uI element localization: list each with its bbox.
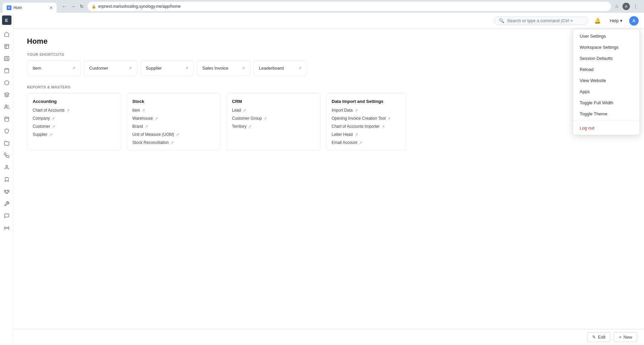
reports-grid: Accounting Chart of Accounts ↗ Company ↗…: [27, 93, 631, 151]
report-link[interactable]: Customer Group ↗: [232, 116, 315, 121]
shortcuts-section-label: Your Shortcuts: [27, 52, 631, 56]
edit-button[interactable]: ✎ Edit: [587, 332, 610, 342]
sidebar-item-tool[interactable]: [1, 198, 12, 209]
bottom-bar: ✎ Edit + New: [13, 329, 644, 345]
report-link-arrow-icon: ↗: [155, 117, 158, 120]
sidebar-logo: E: [2, 15, 11, 25]
notifications-button[interactable]: 🔔: [592, 15, 603, 26]
report-link[interactable]: Lead ↗: [232, 108, 315, 113]
reports-section-label: Reports & Masters: [27, 85, 631, 89]
sidebar-item-folder[interactable]: [1, 138, 12, 149]
data-import-link[interactable]: Email Account ↗: [332, 140, 401, 145]
dropdown-item-session-defaults[interactable]: Session Defaults: [573, 53, 640, 64]
shortcut-card[interactable]: Item ↗: [27, 61, 81, 76]
data-import-link[interactable]: Opening Invoice Creation Tool ↗: [332, 116, 401, 121]
data-import-link-arrow-icon: ↗: [355, 133, 358, 137]
search-input[interactable]: [507, 18, 574, 23]
sidebar-item-shield[interactable]: [1, 126, 12, 137]
help-chevron-icon: ▾: [620, 18, 622, 23]
shortcut-arrow-icon: ↗: [185, 66, 188, 70]
sidebar-item-chart[interactable]: [1, 41, 12, 52]
shortcut-arrow-icon: ↗: [298, 66, 301, 70]
shortcut-label: Supplier: [146, 66, 162, 71]
dropdown-item-apps[interactable]: Apps: [573, 86, 640, 97]
data-import-link-label: Letter Head: [332, 132, 353, 137]
report-link-arrow-icon: ↗: [52, 117, 55, 120]
report-link-label: Territory: [232, 124, 246, 129]
sidebar-item-bookmark[interactable]: [1, 174, 12, 185]
report-link[interactable]: Customer ↗: [33, 124, 115, 129]
sidebar-item-home[interactable]: [1, 29, 12, 40]
svg-point-9: [6, 165, 7, 167]
forward-button[interactable]: →: [70, 3, 76, 9]
report-card: Stock Item ↗ Warehouse ↗ Brand ↗ Unit of…: [127, 93, 221, 151]
tab-close-icon[interactable]: ✕: [49, 6, 53, 10]
dropdown-item-log-out[interactable]: Log out: [573, 122, 640, 133]
search-bar[interactable]: 🔍: [494, 16, 588, 25]
sidebar-item-person[interactable]: [1, 162, 12, 173]
lock-icon: 🔒: [92, 4, 96, 9]
sidebar-item-message[interactable]: [1, 210, 12, 221]
report-link[interactable]: Brand ↗: [132, 124, 215, 129]
data-import-link-label: Import Data: [332, 108, 353, 113]
browser-tab[interactable]: E Hom ✕: [3, 3, 57, 13]
sidebar-item-calendar[interactable]: [1, 114, 12, 124]
report-link-arrow-icon: ↗: [49, 133, 52, 137]
browser-menu-button[interactable]: ⋮: [633, 3, 639, 9]
data-import-link-label: Email Account: [332, 140, 357, 145]
report-link-label: Supplier: [33, 132, 47, 137]
browser-user-avatar[interactable]: A: [622, 3, 630, 10]
new-button[interactable]: + New: [614, 332, 637, 342]
sidebar-item-phone[interactable]: [1, 150, 12, 161]
sidebar-item-broadcast[interactable]: [1, 223, 12, 233]
user-avatar[interactable]: A: [629, 16, 639, 26]
report-link-label: Warehouse: [132, 116, 153, 121]
data-import-link[interactable]: Letter Head ↗: [332, 132, 401, 137]
help-button[interactable]: Help ▾: [607, 17, 625, 25]
sidebar-item-building[interactable]: [1, 53, 12, 64]
shortcuts-grid: Item ↗ Customer ↗ Supplier ↗ Sales Invoi…: [27, 61, 631, 76]
report-link[interactable]: Stock Reconciliation ↗: [132, 140, 215, 145]
report-link-label: Company: [33, 116, 50, 121]
shortcut-card[interactable]: Leaderboard ↗: [253, 61, 307, 76]
sidebar-item-box[interactable]: [1, 77, 12, 88]
address-bar[interactable]: 🔒 erpnext.mariushosting.synology.me/app/…: [88, 2, 611, 11]
dropdown-item-user-settings[interactable]: User Settings: [573, 31, 640, 42]
edit-label: Edit: [598, 335, 605, 340]
dropdown-item-toggle-full-width[interactable]: Toggle Full Width: [573, 97, 640, 108]
data-import-title: Data Import and Settings: [332, 99, 401, 104]
report-link[interactable]: Chart of Accounts ↗: [33, 108, 115, 113]
report-link[interactable]: Supplier ↗: [33, 132, 115, 137]
dropdown-item-workspace-settings[interactable]: Workspace Settings: [573, 42, 640, 53]
report-link[interactable]: Territory ↗: [232, 124, 315, 129]
shortcut-card[interactable]: Supplier ↗: [140, 61, 194, 76]
report-link-arrow-icon: ↗: [248, 125, 251, 128]
dropdown-item-toggle-theme[interactable]: Toggle Theme: [573, 108, 640, 119]
shortcut-card[interactable]: Customer ↗: [83, 61, 137, 76]
data-import-link[interactable]: Import Data ↗: [332, 108, 401, 113]
data-import-links: Import Data ↗ Opening Invoice Creation T…: [332, 108, 401, 145]
report-link-arrow-icon: ↗: [142, 109, 145, 112]
shortcut-card[interactable]: Sales Invoice ↗: [197, 61, 250, 76]
report-link[interactable]: Company ↗: [33, 116, 115, 121]
svg-rect-1: [4, 56, 9, 61]
report-link[interactable]: Warehouse ↗: [132, 116, 215, 121]
main-content: Home Your Shortcuts Item ↗ Customer ↗ Su…: [13, 29, 644, 345]
report-link[interactable]: Unit of Measure (UOM) ↗: [132, 132, 215, 137]
sidebar-item-layers[interactable]: [1, 89, 12, 100]
report-link[interactable]: Item ↗: [132, 108, 215, 113]
dropdown-item-view-website[interactable]: View Website: [573, 75, 640, 86]
dropdown-item-reload[interactable]: Reload: [573, 64, 640, 75]
edit-icon: ✎: [592, 335, 596, 340]
back-button[interactable]: ←: [61, 3, 67, 9]
bookmark-button[interactable]: ☆: [614, 3, 620, 9]
data-import-link-arrow-icon: ↗: [382, 125, 384, 128]
sidebar-item-shopping[interactable]: [1, 65, 12, 76]
sidebar-item-trophy[interactable]: [1, 186, 12, 197]
dropdown-menu: User SettingsWorkspace SettingsSession D…: [573, 29, 640, 135]
shortcut-label: Item: [33, 66, 41, 71]
sidebar-item-users[interactable]: [1, 102, 12, 112]
data-import-link[interactable]: Chart of Accounts Importer ↗: [332, 124, 401, 129]
report-link-arrow-icon: ↗: [243, 109, 246, 112]
reload-button[interactable]: ↻: [79, 3, 85, 9]
